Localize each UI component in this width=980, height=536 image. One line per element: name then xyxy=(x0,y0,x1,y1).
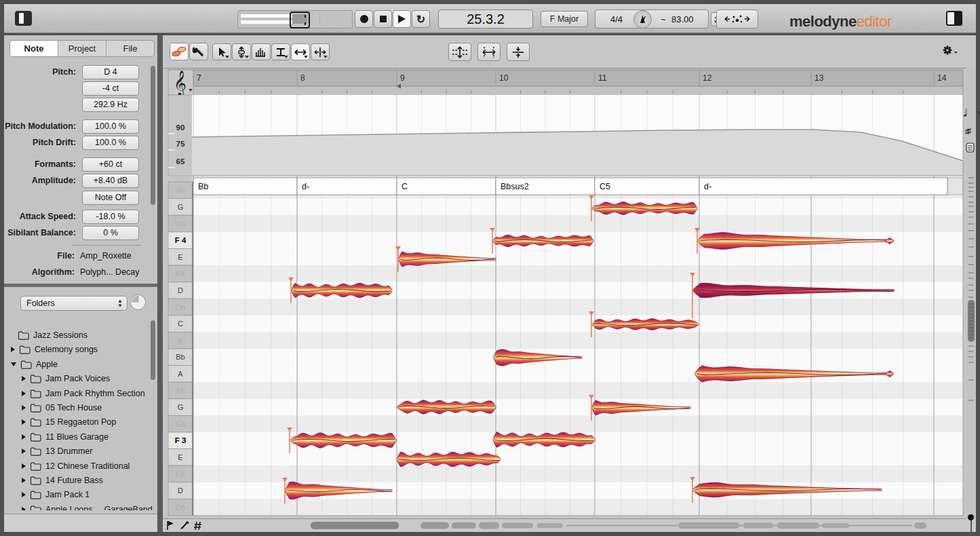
record-button[interactable] xyxy=(355,10,373,28)
scale-snap-icon[interactable]: ♯♯ xyxy=(965,126,969,136)
time-signature[interactable]: 4/4 xyxy=(610,14,623,24)
expand-arrow-right[interactable] xyxy=(22,391,26,396)
tree-item-jam-pack-1[interactable]: Jam Pack 1 xyxy=(22,488,90,501)
logo-melodyne: melodyne xyxy=(789,13,857,30)
tree-item-jam-pack-rhythm-section[interactable]: Jam Pack Rhythm Section xyxy=(22,387,145,400)
leveling-macro-button[interactable] xyxy=(507,43,530,61)
settings-button[interactable] xyxy=(942,45,957,61)
expand-arrow-right[interactable] xyxy=(22,507,26,510)
vibrato-icon xyxy=(255,47,267,58)
stop-icon xyxy=(380,16,387,22)
expand-arrow-right[interactable] xyxy=(22,492,26,497)
pitch-overview-scrollbar[interactable] xyxy=(966,176,976,461)
inspector-row: Pitch Modulation:100.0 % xyxy=(4,119,157,134)
cycle-button[interactable]: ↻ xyxy=(412,10,430,28)
scrub-thumb[interactable] xyxy=(290,12,310,28)
expand-arrow-right[interactable] xyxy=(22,463,26,469)
tool-caret xyxy=(284,56,288,58)
play-button[interactable] xyxy=(393,10,411,28)
tree-item-celemony-songs[interactable]: Celemony songs xyxy=(11,343,98,356)
tab-note[interactable]: Note xyxy=(10,41,58,56)
panel-divider[interactable] xyxy=(4,284,157,287)
field-label: Pitch: xyxy=(1,65,76,79)
browser-scrollbar[interactable] xyxy=(151,320,155,380)
tree-item-apple-loops-garageband[interactable]: Apple Loops ... GarageBand xyxy=(22,503,153,510)
melodyne-window: ↻ 25.3.2 F Major 4/4 ~ 83.00 ▪▾ xyxy=(0,0,980,536)
scrub-slider[interactable] xyxy=(237,10,353,28)
field-value-noteoff[interactable]: Note Off xyxy=(82,191,139,205)
pitch-tool-button[interactable] xyxy=(232,43,251,60)
tree-item-12-chinese-traditional[interactable]: 12 Chinese Traditional xyxy=(22,459,130,473)
tab-file[interactable]: File xyxy=(106,41,154,56)
sidebar-toggle-button[interactable] xyxy=(15,11,32,26)
field-value-formants[interactable]: +60 ct xyxy=(82,157,139,172)
browser-pie-button[interactable] xyxy=(130,294,146,310)
field-value-amplitude[interactable]: +8.40 dB xyxy=(82,174,139,188)
tree-item-label: 14 Future Bass xyxy=(45,476,103,485)
field-value--4ct[interactable]: -4 ct xyxy=(82,81,139,96)
browser-filter-dropdown[interactable]: Folders ▲▼ xyxy=(20,296,128,311)
tree-item-label: 11 Blues Garage xyxy=(45,432,109,442)
tool-caret xyxy=(245,56,249,58)
key-button[interactable]: F Major xyxy=(541,11,588,27)
field-value-pitchmodulation[interactable]: 100.0 % xyxy=(82,119,139,134)
amplitude-tool-button[interactable] xyxy=(291,43,310,60)
modulation-tool-button[interactable] xyxy=(252,43,271,60)
top-transport-bar: ↻ 25.3.2 F Major 4/4 ~ 83.00 ▪▾ xyxy=(4,4,976,33)
quantize-time-macro-button[interactable] xyxy=(477,43,501,61)
timing-tool-button[interactable] xyxy=(311,43,330,60)
field-value-attackspeed[interactable]: -18.0 % xyxy=(82,210,139,224)
pen-icon xyxy=(180,522,189,530)
metronome-icon xyxy=(634,11,651,28)
tree-item-11-blues-garage[interactable]: 11 Blues Garage xyxy=(22,430,109,444)
position-display[interactable]: 25.3.2 xyxy=(438,9,533,28)
formant-tool-button[interactable] xyxy=(271,43,290,60)
expand-arrow-right[interactable] xyxy=(22,419,26,425)
expand-arrow-right[interactable] xyxy=(22,434,26,440)
note-editor-button[interactable] xyxy=(716,9,758,28)
blob-view-button[interactable] xyxy=(170,43,189,60)
tree-item-label: Apple Loops ... GarageBand xyxy=(45,505,153,510)
inspector-row: Amplitude:+8.40 dB xyxy=(4,174,157,188)
correct-pitch-macro-button[interactable] xyxy=(448,43,471,61)
expand-arrow-right[interactable] xyxy=(22,376,26,381)
main-tool-button[interactable] xyxy=(212,43,231,60)
field-value-292.9hz[interactable]: 292.9 Hz xyxy=(82,98,139,112)
field-value-sibilantbalance[interactable]: 0 % xyxy=(82,226,139,240)
algorithm-wrench-button[interactable] xyxy=(189,43,208,60)
tree-item-13-drummer[interactable]: 13 Drummer xyxy=(22,444,92,458)
expand-arrow-right[interactable] xyxy=(11,347,15,352)
panel-gutter[interactable] xyxy=(157,35,163,532)
tree-item-jam-pack-voices[interactable]: Jam Pack Voices xyxy=(22,372,110,385)
tree-item-14-future-bass[interactable]: 14 Future Bass xyxy=(22,474,103,487)
tree-item-jazz-sessions[interactable]: Jazz Sessions xyxy=(18,328,87,342)
timeline-overview-scrollbar[interactable] xyxy=(298,521,929,530)
logo-editor: editor xyxy=(857,13,892,30)
field-value-pitch[interactable]: D 4 xyxy=(82,65,139,79)
bottom-left-icons[interactable] xyxy=(165,520,213,531)
inspector-panel: NoteProjectFile Pitch:D 4-4 ct292.9 HzPi… xyxy=(4,35,157,532)
inspector-scrollbar[interactable] xyxy=(151,66,155,205)
tab-project[interactable]: Project xyxy=(58,41,106,56)
tree-item-05-tech-house[interactable]: 05 Tech House xyxy=(22,401,102,415)
tree-item-label: 12 Chinese Traditional xyxy=(45,461,130,471)
expand-arrow-right[interactable] xyxy=(22,405,26,410)
tree-item-apple[interactable]: Apple xyxy=(11,358,58,371)
inspector-row: Note Off xyxy=(4,191,157,205)
tree-item-15-reggaeton-pop[interactable]: 15 Reggaeton Pop xyxy=(22,415,116,429)
stop-button[interactable] xyxy=(374,10,392,28)
expand-arrow-right[interactable] xyxy=(22,478,26,483)
quarter-note-icon[interactable]: ♩▾ xyxy=(962,103,980,121)
tempo-value[interactable]: 83.00 xyxy=(671,14,694,24)
tempo-prefix: ~ xyxy=(661,14,666,24)
dropdown-arrows-icon: ▲▼ xyxy=(117,299,123,308)
right-panel-toggle-button[interactable] xyxy=(946,11,962,26)
vertical-zoom-handle[interactable] xyxy=(968,514,974,520)
sidebar-toggle-icon xyxy=(19,13,24,24)
expand-arrow-down[interactable] xyxy=(11,362,16,366)
metronome-button[interactable] xyxy=(633,10,652,28)
field-value-pitchdrift[interactable]: 100.0 % xyxy=(82,136,139,150)
info-label: File: xyxy=(0,251,75,261)
expand-arrow-right[interactable] xyxy=(22,448,26,454)
scale-edit-icon[interactable] xyxy=(966,142,975,153)
